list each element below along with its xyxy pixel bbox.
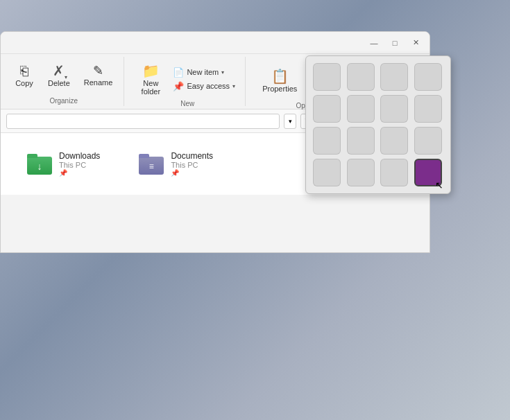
documents-name: Documents [171, 151, 213, 161]
delete-button[interactable]: ✗ ▾ Delete [42, 60, 76, 90]
documents-folder-item[interactable]: ≡ Documents This PC 📌 [133, 147, 219, 181]
easy-access-icon: 📌 [173, 81, 184, 91]
color-swatch[interactable] [347, 63, 375, 91]
color-swatch[interactable] [380, 159, 408, 186]
new-group-label: New [180, 100, 194, 107]
rename-icon: ✎ [93, 63, 103, 78]
delete-icon: ✗ [53, 63, 65, 78]
documents-folder-icon: ≡ [139, 152, 164, 177]
documents-pin-icon: 📌 [171, 169, 213, 177]
color-swatch[interactable] [313, 95, 341, 123]
ribbon-group-new: 📁 Newfolder 📄 New item ▾ 📌 Easy access ▾ [133, 57, 246, 106]
downloads-folder-icon: ↓ [27, 152, 52, 177]
downloads-folder-text: Downloads This PC 📌 [59, 151, 100, 177]
color-swatch[interactable] [347, 127, 375, 155]
color-swatch[interactable] [313, 159, 341, 186]
copy-button[interactable]: ⎗ Copy [9, 60, 40, 90]
downloads-subtitle: This PC [59, 161, 100, 169]
ribbon-group-organize: ⎗ Copy ✗ ▾ Delete ✎ Rename Organize [6, 57, 124, 106]
downloads-name: Downloads [59, 151, 100, 161]
downloads-pin-icon: 📌 [59, 169, 100, 177]
copy-icon: ⎗ [20, 63, 28, 79]
folder-icon: 📁 [142, 62, 160, 79]
new-item-group: 📄 New item ▾ 📌 Easy access ▾ [169, 66, 239, 93]
color-swatch[interactable] [347, 159, 375, 186]
minimize-button[interactable]: — [364, 35, 384, 51]
new-folder-button[interactable]: 📁 Newfolder [135, 60, 166, 98]
cursor-indicator: ↖ [435, 180, 443, 191]
path-dropdown-button[interactable]: ▾ [284, 114, 296, 129]
easy-access-dropdown-arrow: ▾ [232, 83, 235, 89]
color-swatch[interactable] [347, 95, 375, 123]
downloads-folder-item[interactable]: ↓ Downloads This PC 📌 [22, 147, 105, 181]
title-bar-buttons: — □ ✕ [364, 35, 425, 51]
new-item-button[interactable]: 📄 New item ▾ [169, 66, 239, 79]
new-item-dropdown-arrow: ▾ [221, 69, 224, 76]
rename-button[interactable]: ✎ Rename [78, 60, 119, 89]
maximize-button[interactable]: □ [385, 35, 405, 51]
color-swatch[interactable] [380, 127, 408, 155]
color-swatch[interactable] [313, 63, 341, 91]
documents-folder-text: Documents This PC 📌 [171, 151, 213, 177]
delete-dropdown-arrow: ▾ [65, 74, 67, 80]
properties-button[interactable]: 📋 Properties [257, 65, 303, 96]
color-swatch[interactable] [414, 63, 442, 91]
color-swatch[interactable] [313, 127, 341, 155]
close-button[interactable]: ✕ [406, 35, 425, 51]
easy-access-button[interactable]: 📌 Easy access ▾ [169, 80, 239, 93]
organize-group-label: Organize [49, 97, 78, 105]
color-picker-popup: ↖ [305, 55, 451, 194]
address-bar[interactable] [6, 114, 280, 129]
new-item-icon: 📄 [173, 67, 184, 78]
color-swatch-purple-active[interactable]: ↖ [414, 159, 442, 186]
color-swatch[interactable] [414, 95, 442, 123]
organize-buttons: ⎗ Copy ✗ ▾ Delete ✎ Rename [9, 60, 118, 90]
documents-subtitle: This PC [171, 161, 213, 169]
color-swatch[interactable] [380, 63, 408, 91]
title-bar: — □ ✕ [1, 32, 430, 54]
color-swatch[interactable] [414, 127, 442, 155]
properties-icon: 📋 [271, 68, 289, 85]
color-swatch[interactable] [380, 95, 408, 123]
new-buttons: 📁 Newfolder 📄 New item ▾ 📌 Easy access ▾ [135, 60, 239, 98]
